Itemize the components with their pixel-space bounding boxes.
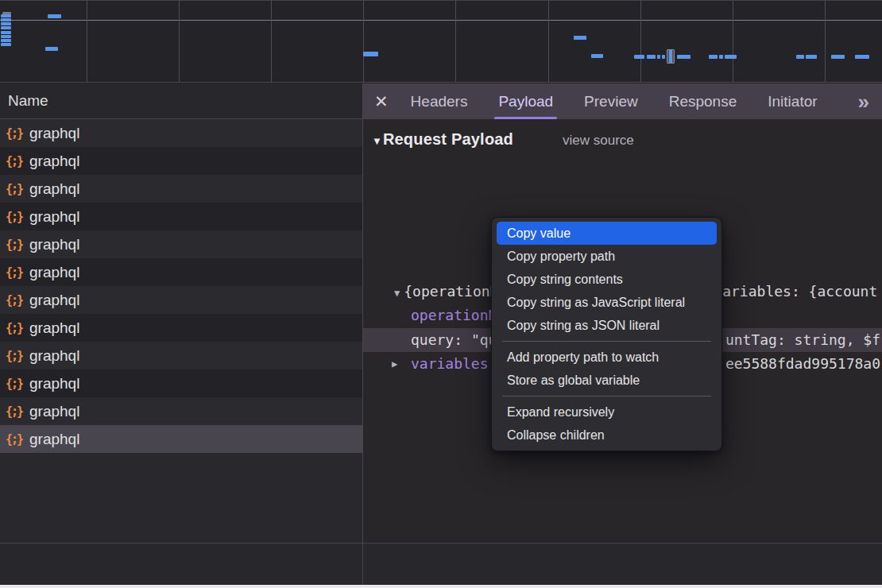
json-braces-icon: {;}	[6, 265, 29, 280]
tab-headers[interactable]: Headers	[409, 83, 470, 119]
request-list-item[interactable]: {;}graphql	[0, 119, 362, 147]
menu-item-expand-recursively[interactable]: Expand recursively	[497, 400, 717, 424]
menu-item-copy-property-path[interactable]: Copy property path	[497, 245, 717, 268]
request-timing-bar	[591, 54, 603, 58]
request-list-item[interactable]: {;}graphql	[0, 258, 362, 286]
request-timing-bar	[1, 39, 11, 42]
json-braces-icon: {;}	[6, 154, 29, 168]
tab-payload[interactable]: Payload	[497, 83, 555, 119]
menu-item-collapse-children[interactable]: Collapse children	[497, 424, 717, 447]
menu-item-store-as-global-variable[interactable]: Store as global variable	[497, 369, 717, 392]
request-timing-bar	[45, 47, 58, 51]
request-timing-bar	[831, 55, 845, 59]
request-name-label: graphql	[29, 292, 79, 309]
request-list-item[interactable]: {;}graphql	[0, 314, 362, 342]
menu-item-copy-value[interactable]: Copy value	[497, 222, 717, 245]
json-braces-icon: {;}	[6, 349, 29, 363]
request-name-label: graphql	[29, 153, 79, 170]
detail-tabs: HeadersPayloadPreviewResponseInitiator	[409, 83, 852, 119]
request-name-label: graphql	[29, 236, 79, 253]
menu-item-copy-string-contents[interactable]: Copy string contents	[497, 268, 717, 291]
property-value-right: untTag: string, $f	[725, 328, 880, 352]
request-timing-bar	[796, 55, 804, 59]
overview-horizontal-gridline	[0, 20, 882, 21]
time-gridline	[87, 1, 87, 82]
request-timing-bar	[48, 14, 61, 18]
menu-item-add-property-path-to-watch[interactable]: Add property path to watch	[497, 346, 717, 369]
tab-response[interactable]: Response	[667, 83, 739, 119]
summary-bar	[0, 543, 882, 585]
request-name-label: graphql	[29, 347, 79, 365]
request-timing-bar	[719, 55, 723, 59]
menu-item-copy-string-as-javascript-literal[interactable]: Copy string as JavaScript literal	[497, 291, 717, 314]
json-braces-icon: {;}	[6, 238, 29, 252]
request-timing-bar	[1, 18, 11, 21]
request-name-label: graphql	[29, 375, 79, 393]
network-overview-timeline[interactable]	[0, 0, 882, 83]
request-list-item[interactable]: {;}graphql	[0, 286, 362, 314]
request-rows: {;}graphql{;}graphql{;}graphql{;}graphql…	[0, 119, 362, 543]
section-title: Request Payload	[383, 130, 513, 149]
disclosure-closed-icon: ▶	[392, 352, 397, 376]
request-timing-bar	[657, 55, 660, 59]
time-gridline	[825, 1, 826, 82]
request-timing-bar	[662, 55, 665, 59]
time-gridline	[548, 1, 549, 82]
request-timing-bar	[1, 35, 11, 38]
request-timing-bar	[363, 52, 378, 56]
request-timing-bar	[855, 55, 869, 59]
json-braces-icon: {;}	[6, 126, 29, 141]
request-list-item[interactable]: {;}graphql	[0, 230, 362, 258]
request-timing-bar	[1, 26, 11, 29]
selected-request-marker	[667, 49, 675, 64]
panel-split-divider[interactable]	[362, 83, 363, 585]
time-gridline	[179, 1, 180, 82]
request-timing-bar	[1, 22, 11, 25]
json-braces-icon: {;}	[6, 210, 29, 224]
request-list-item[interactable]: {;}graphql	[0, 175, 362, 203]
devtools-network-panel: Name {;}graphql{;}graphql{;}graphql{;}gr…	[0, 0, 882, 588]
request-timing-bar	[1, 31, 11, 34]
request-list-item[interactable]: {;}graphql	[0, 397, 362, 425]
request-timing-bar	[806, 55, 817, 59]
json-braces-icon: {;}	[6, 432, 29, 447]
request-timing-bar	[1, 14, 11, 17]
disclosure-open-icon: ▼	[372, 135, 382, 147]
request-timing-bar	[574, 36, 586, 40]
property-value-right: ee5588fdad995178a0	[725, 352, 880, 376]
time-gridline	[271, 1, 272, 82]
menu-item-copy-string-as-json-literal[interactable]: Copy string as JSON literal	[497, 314, 717, 337]
property-key: variables	[363, 352, 489, 376]
window-bottom-edge	[0, 585, 882, 588]
request-list-item[interactable]: {;}graphql	[0, 203, 362, 230]
request-timing-bar	[1, 43, 11, 46]
request-list-item[interactable]: {;}graphql	[0, 369, 362, 397]
json-braces-icon: {;}	[6, 404, 29, 419]
name-column-header[interactable]: Name	[0, 83, 362, 119]
request-list-item[interactable]: {;}graphql	[0, 147, 362, 175]
json-braces-icon: {;}	[6, 182, 29, 196]
json-braces-icon: {;}	[6, 293, 29, 308]
time-gridline	[455, 1, 456, 82]
view-source-link[interactable]: view source	[563, 133, 634, 149]
time-gridline	[640, 1, 641, 82]
request-list-item[interactable]: {;}graphql	[0, 425, 362, 453]
menu-separator	[502, 396, 711, 397]
key-separator: :	[454, 331, 471, 348]
tab-initiator[interactable]: Initiator	[766, 83, 818, 119]
time-gridline	[363, 1, 364, 82]
close-icon[interactable]: ✕	[374, 93, 389, 110]
menu-separator	[502, 341, 711, 342]
context-menu: Copy valueCopy property pathCopy string …	[491, 217, 722, 451]
more-tabs-icon[interactable]: »	[858, 91, 869, 112]
request-timing-bar	[634, 55, 644, 59]
request-name-label: graphql	[29, 180, 79, 198]
request-payload-section-header[interactable]: ▼ Request Payload view source	[372, 130, 634, 149]
request-list-panel: Name {;}graphql{;}graphql{;}graphql{;}gr…	[0, 83, 362, 543]
request-name-label: graphql	[29, 319, 79, 337]
request-name-label: graphql	[29, 125, 79, 142]
time-gridline	[733, 1, 733, 82]
request-list-item[interactable]: {;}graphql	[0, 342, 362, 369]
tab-preview[interactable]: Preview	[582, 83, 640, 119]
request-timing-bar	[725, 55, 737, 59]
